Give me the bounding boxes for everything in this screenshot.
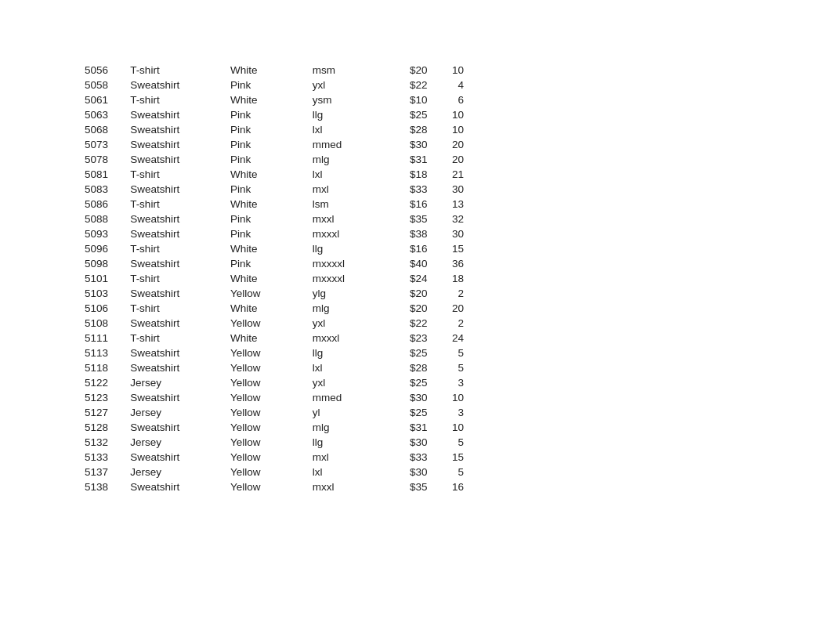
cell-color: Yellow xyxy=(224,479,306,494)
cell-price: $20 xyxy=(379,63,434,78)
cell-color: White xyxy=(224,167,306,182)
cell-price: $25 xyxy=(379,346,434,360)
table-row: 5133 Sweatshirt Yellow mxl $33 15 xyxy=(78,450,470,465)
cell-id: 5056 xyxy=(78,63,124,78)
cell-qty: 2 xyxy=(433,286,470,301)
cell-size: mmed xyxy=(306,137,379,152)
cell-price: $38 xyxy=(379,226,434,241)
cell-id: 5138 xyxy=(78,479,124,494)
table-row: 5083 Sweatshirt Pink mxl $33 30 xyxy=(78,182,470,197)
table-row: 5118 Sweatshirt Yellow lxl $28 5 xyxy=(78,360,470,375)
cell-size: yxl xyxy=(306,375,379,390)
product-table: 5056 T-shirt White msm $20 10 5058 Sweat… xyxy=(78,63,470,494)
cell-size: lxl xyxy=(306,122,379,137)
cell-id: 5133 xyxy=(78,450,124,465)
cell-id: 5083 xyxy=(78,182,124,197)
cell-size: mmed xyxy=(306,390,379,405)
cell-color: Yellow xyxy=(224,316,306,331)
cell-type: Sweatshirt xyxy=(124,346,224,360)
cell-qty: 20 xyxy=(433,152,470,167)
cell-id: 5137 xyxy=(78,465,124,479)
table-row: 5056 T-shirt White msm $20 10 xyxy=(78,63,470,78)
cell-id: 5118 xyxy=(78,360,124,375)
cell-type: T-shirt xyxy=(124,167,224,182)
table-row: 5096 T-shirt White llg $16 15 xyxy=(78,241,470,256)
cell-color: Yellow xyxy=(224,360,306,375)
cell-id: 5093 xyxy=(78,226,124,241)
cell-price: $30 xyxy=(379,465,434,479)
cell-qty: 5 xyxy=(433,360,470,375)
cell-size: llg xyxy=(306,346,379,360)
table-row: 5068 Sweatshirt Pink lxl $28 10 xyxy=(78,122,470,137)
cell-color: Pink xyxy=(224,182,306,197)
cell-price: $25 xyxy=(379,375,434,390)
cell-price: $23 xyxy=(379,331,434,346)
cell-qty: 10 xyxy=(433,107,470,122)
table-row: 5113 Sweatshirt Yellow llg $25 5 xyxy=(78,346,470,360)
cell-price: $16 xyxy=(379,241,434,256)
cell-color: Yellow xyxy=(224,450,306,465)
cell-id: 5127 xyxy=(78,405,124,420)
table-row: 5061 T-shirt White ysm $10 6 xyxy=(78,92,470,107)
cell-size: mxl xyxy=(306,450,379,465)
cell-color: Pink xyxy=(224,107,306,122)
cell-color: Pink xyxy=(224,256,306,271)
cell-id: 5123 xyxy=(78,390,124,405)
cell-type: Sweatshirt xyxy=(124,226,224,241)
table-row: 5111 T-shirt White mxxxl $23 24 xyxy=(78,331,470,346)
table-row: 5103 Sweatshirt Yellow ylg $20 2 xyxy=(78,286,470,301)
cell-qty: 36 xyxy=(433,256,470,271)
cell-color: Yellow xyxy=(224,465,306,479)
cell-size: mlg xyxy=(306,152,379,167)
cell-qty: 2 xyxy=(433,316,470,331)
cell-type: T-shirt xyxy=(124,331,224,346)
cell-size: llg xyxy=(306,107,379,122)
cell-size: llg xyxy=(306,435,379,450)
cell-size: lxl xyxy=(306,360,379,375)
cell-price: $22 xyxy=(379,316,434,331)
cell-price: $33 xyxy=(379,182,434,197)
cell-color: White xyxy=(224,197,306,212)
cell-price: $35 xyxy=(379,479,434,494)
cell-qty: 30 xyxy=(433,182,470,197)
cell-color: White xyxy=(224,92,306,107)
cell-size: mxxl xyxy=(306,212,379,226)
cell-color: Yellow xyxy=(224,390,306,405)
table-row: 5058 Sweatshirt Pink yxl $22 4 xyxy=(78,78,470,92)
cell-type: Sweatshirt xyxy=(124,78,224,92)
cell-id: 5106 xyxy=(78,301,124,316)
cell-color: Yellow xyxy=(224,420,306,435)
cell-type: Sweatshirt xyxy=(124,152,224,167)
cell-type: Sweatshirt xyxy=(124,479,224,494)
table-row: 5063 Sweatshirt Pink llg $25 10 xyxy=(78,107,470,122)
cell-id: 5096 xyxy=(78,241,124,256)
cell-price: $22 xyxy=(379,78,434,92)
table-row: 5138 Sweatshirt Yellow mxxl $35 16 xyxy=(78,479,470,494)
cell-price: $28 xyxy=(379,122,434,137)
cell-price: $40 xyxy=(379,256,434,271)
cell-type: Sweatshirt xyxy=(124,212,224,226)
cell-size: mxl xyxy=(306,182,379,197)
cell-id: 5113 xyxy=(78,346,124,360)
cell-price: $30 xyxy=(379,435,434,450)
cell-size: mlg xyxy=(306,420,379,435)
cell-color: White xyxy=(224,331,306,346)
cell-price: $10 xyxy=(379,92,434,107)
cell-color: White xyxy=(224,301,306,316)
cell-qty: 30 xyxy=(433,226,470,241)
cell-qty: 10 xyxy=(433,122,470,137)
cell-size: ysm xyxy=(306,92,379,107)
cell-color: Yellow xyxy=(224,375,306,390)
table-row: 5108 Sweatshirt Yellow yxl $22 2 xyxy=(78,316,470,331)
cell-price: $35 xyxy=(379,212,434,226)
cell-type: T-shirt xyxy=(124,92,224,107)
table-row: 5078 Sweatshirt Pink mlg $31 20 xyxy=(78,152,470,167)
cell-price: $16 xyxy=(379,197,434,212)
cell-type: T-shirt xyxy=(124,241,224,256)
cell-qty: 3 xyxy=(433,375,470,390)
cell-color: White xyxy=(224,271,306,286)
cell-price: $30 xyxy=(379,137,434,152)
cell-price: $20 xyxy=(379,286,434,301)
cell-price: $18 xyxy=(379,167,434,182)
cell-color: Pink xyxy=(224,137,306,152)
